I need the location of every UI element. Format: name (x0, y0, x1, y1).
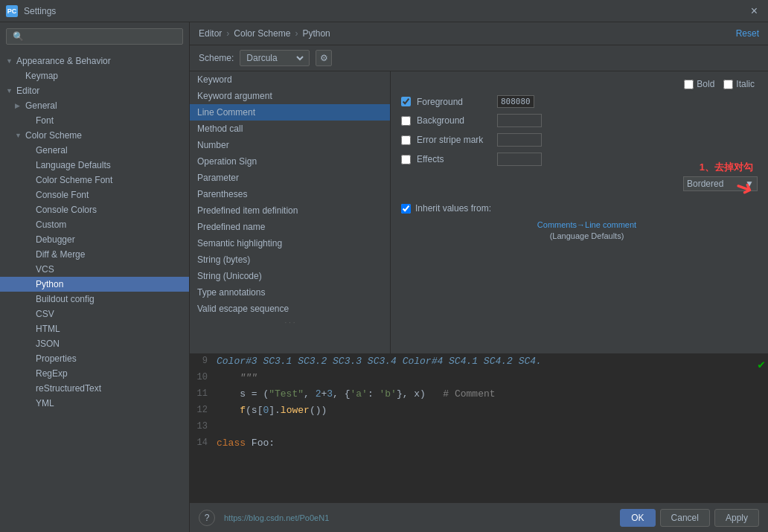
bold-checkbox-label[interactable]: Bold (684, 79, 714, 89)
sidebar-item-label: Appearance & Behavior (16, 56, 111, 66)
sidebar-item-editor[interactable]: ▼ Editor (0, 83, 189, 98)
foreground-row: Foreground 808080 (401, 95, 758, 108)
background-row: Background (401, 114, 758, 127)
error-stripe-row: Error stripe mark (401, 133, 758, 147)
token-keyword-argument[interactable]: Keyword argument (190, 88, 390, 104)
error-stripe-checkbox[interactable] (401, 135, 411, 145)
token-string-unicode[interactable]: String (Unicode) (190, 268, 390, 284)
sidebar-item-color-scheme-font[interactable]: Color Scheme Font (0, 173, 189, 188)
token-keyword[interactable]: Keyword (190, 71, 390, 88)
token-string-bytes[interactable]: String (bytes) (190, 251, 390, 268)
code-line-10: 10 """ (190, 371, 768, 387)
expand-arrow: ▼ (6, 87, 13, 94)
code-line-9: 9 Color#3 SC3.1 SC3.2 SC3.3 SC3.4 Color#… (190, 354, 768, 371)
foreground-color-display[interactable]: 808080 (497, 95, 534, 108)
sidebar-item-buildout-config[interactable]: Buildout config (0, 292, 189, 307)
effects-checkbox[interactable] (401, 155, 411, 164)
sidebar-item-yml[interactable]: YML (0, 396, 189, 411)
code-line-14: 14 class Foo: (190, 436, 768, 452)
token-number[interactable]: Number (190, 137, 390, 153)
code-line-11: 11 s = ("Test", 2+3, {'a': 'b'}, x) # Co… (190, 387, 768, 403)
reset-button[interactable]: Reset (736, 28, 759, 39)
inherit-link[interactable]: Comments→Line comment (Language Defaults… (416, 219, 758, 243)
sidebar-item-label: Language Defaults (36, 160, 111, 170)
expand-arrow: ▼ (15, 132, 22, 139)
token-line-comment[interactable]: Line Comment (190, 104, 390, 121)
sidebar-tree: ▼ Appearance & Behavior Keymap ▼ Editor … (0, 51, 189, 532)
token-semantic-highlighting[interactable]: Semantic highlighting (190, 235, 390, 251)
sidebar-item-general2[interactable]: General (0, 143, 189, 158)
italic-checkbox[interactable] (723, 80, 733, 89)
code-line-12: 12 f(s[0].lower()) (190, 403, 768, 420)
inherit-label: Inherit values from: (415, 203, 491, 214)
token-predefined-item-def[interactable]: Predefined item definition (190, 202, 390, 219)
sidebar-item-label: CSV (36, 309, 54, 319)
italic-label: Italic (736, 79, 755, 89)
sidebar-item-appearance-behavior[interactable]: ▼ Appearance & Behavior (0, 54, 189, 68)
code-preview: ✔ 9 Color#3 SC3.1 SC3.2 SC3.3 SC3.4 Colo… (190, 353, 768, 502)
search-icon: 🔍 (13, 31, 24, 42)
sidebar-item-label: Python (36, 279, 63, 289)
token-type-annotations[interactable]: Type annotations (190, 284, 390, 301)
scheme-select[interactable]: Darcula Default Monokai IntelliJ Light (240, 50, 310, 66)
token-operation-sign[interactable]: Operation Sign (190, 153, 390, 170)
sidebar-item-language-defaults[interactable]: Language Defaults (0, 158, 189, 173)
foreground-checkbox[interactable] (401, 97, 411, 106)
close-button[interactable]: × (746, 4, 762, 18)
sidebar-item-color-scheme[interactable]: ▼ Color Scheme (0, 128, 189, 143)
sidebar-item-keymap[interactable]: Keymap (0, 68, 189, 83)
sidebar-item-label: Custom (36, 219, 66, 230)
search-box[interactable]: 🔍 (6, 28, 183, 45)
cancel-button[interactable]: Cancel (660, 509, 710, 527)
checkmark-icon: ✔ (758, 357, 765, 372)
sidebar-item-html[interactable]: HTML (0, 321, 189, 336)
sidebar-item-properties[interactable]: Properties (0, 351, 189, 366)
effects-color-swatch[interactable] (497, 153, 542, 166)
inherit-checkbox[interactable] (401, 204, 411, 214)
sidebar-item-debugger[interactable]: Debugger (0, 232, 189, 247)
sidebar-item-csv[interactable]: CSV (0, 307, 189, 321)
sidebar-item-vcs[interactable]: VCS (0, 262, 189, 277)
sidebar-item-regexp[interactable]: RegExp (0, 366, 189, 381)
breadcrumb-sep1: › (226, 28, 229, 39)
sidebar-item-console-font[interactable]: Console Font (0, 188, 189, 202)
error-stripe-color-swatch[interactable] (497, 133, 542, 147)
sidebar-item-label: Keymap (25, 71, 58, 81)
token-parameter[interactable]: Parameter (190, 170, 390, 186)
sidebar-item-label: VCS (36, 264, 54, 275)
token-parentheses[interactable]: Parentheses (190, 186, 390, 202)
background-checkbox[interactable] (401, 116, 411, 126)
effects-label: Effects (417, 154, 491, 164)
ok-button[interactable]: OK (620, 509, 655, 527)
scheme-dropdown[interactable]: Darcula Default Monokai IntelliJ Light (243, 52, 306, 64)
sidebar-item-json[interactable]: JSON (0, 336, 189, 351)
gear-button[interactable]: ⚙ (316, 50, 332, 66)
sidebar-item-label: Editor (16, 86, 39, 96)
sidebar-item-label: Color Scheme (25, 130, 82, 141)
sidebar-item-python[interactable]: Python (0, 277, 189, 292)
inherit-row: Inherit values from: (401, 203, 758, 214)
scheme-label: Scheme: (199, 53, 234, 63)
background-color-swatch[interactable] (497, 114, 542, 127)
apply-button[interactable]: Apply (714, 509, 759, 527)
sidebar-item-diff-merge[interactable]: Diff & Merge (0, 247, 189, 262)
help-button[interactable]: ? (199, 510, 215, 526)
background-label: Background (417, 115, 491, 126)
sidebar-item-console-colors[interactable]: Console Colors (0, 202, 189, 217)
token-predefined-name[interactable]: Predefined name (190, 219, 390, 235)
properties-panel: Bold Italic Foreground 808080 Back (391, 71, 768, 353)
breadcrumb: Editor › Color Scheme › Python (199, 28, 330, 39)
expand-arrow: ▼ (6, 57, 13, 65)
token-valid-escape-sequence[interactable]: Valid escape sequence (190, 301, 390, 317)
search-input[interactable] (27, 31, 176, 42)
breadcrumb-sep2: › (295, 28, 298, 39)
bold-checkbox[interactable] (684, 80, 694, 89)
token-method-call[interactable]: Method call (190, 121, 390, 137)
sidebar-item-font[interactable]: Font (0, 113, 189, 128)
sidebar-item-label: JSON (36, 339, 60, 349)
italic-checkbox-label[interactable]: Italic (723, 79, 755, 89)
sidebar-item-restructuredtext[interactable]: reStructuredText (0, 381, 189, 396)
sidebar-item-label: reStructuredText (36, 383, 101, 394)
sidebar-item-custom[interactable]: Custom (0, 217, 189, 232)
sidebar-item-general[interactable]: ▶ General (0, 98, 189, 113)
